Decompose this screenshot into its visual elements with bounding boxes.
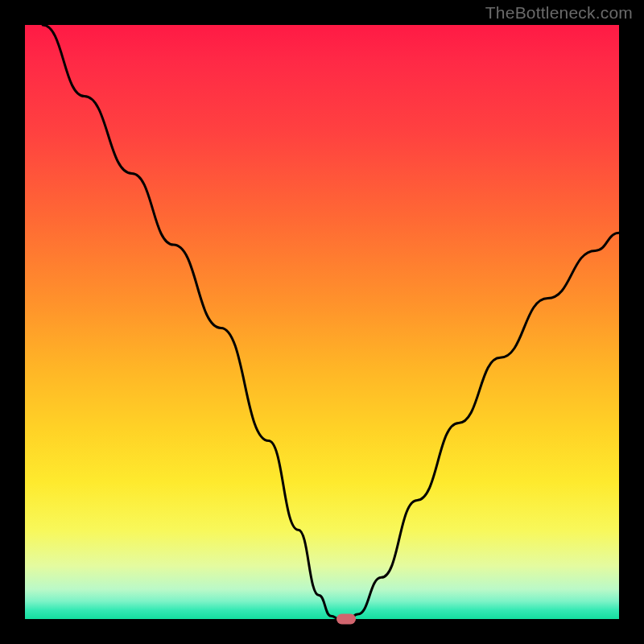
watermark-text: TheBottleneck.com: [485, 3, 633, 23]
curve-layer: [25, 25, 619, 619]
chart-frame: TheBottleneck.com: [0, 0, 644, 644]
optimal-point-marker: [336, 614, 356, 625]
bottleneck-curve-path: [43, 25, 619, 619]
plot-area: [25, 25, 619, 619]
